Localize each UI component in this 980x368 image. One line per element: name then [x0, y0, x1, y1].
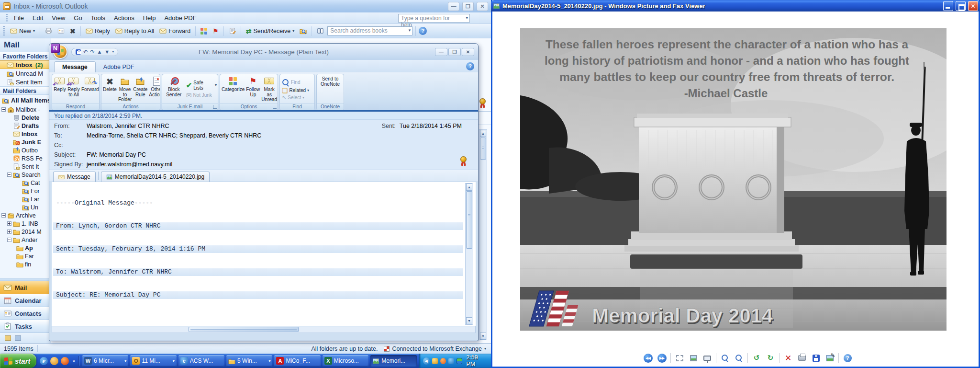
delete-image-button[interactable]: ✕: [783, 353, 793, 363]
organize-button[interactable]: [199, 27, 209, 35]
help-icon[interactable]: ?: [419, 27, 427, 35]
favorite-inbox[interactable]: Inbox (2): [0, 60, 51, 69]
network-icon[interactable]: [457, 358, 462, 364]
collapse-toggle[interactable]: [1, 107, 6, 112]
scroll-up-arrow[interactable]: ▲: [466, 184, 472, 191]
ribbon-help-icon[interactable]: ?: [466, 62, 474, 70]
find-button[interactable]: Find: [281, 79, 313, 86]
menu-go[interactable]: Go: [69, 13, 86, 23]
create-rule-button[interactable]: Create Rule: [133, 75, 148, 103]
message-body[interactable]: -----Original Message----- From: Lynch, …: [49, 182, 478, 326]
question-help-input[interactable]: Type a question for help: [398, 14, 470, 23]
forward-button[interactable]: ↷Forward: [81, 75, 100, 103]
safe-lists-button[interactable]: ✔Safe Lists▾: [185, 80, 217, 91]
nav-button-mail[interactable]: Mail: [0, 281, 51, 294]
message-maximize-button[interactable]: ❐: [448, 48, 461, 56]
previous-item-icon[interactable]: ▲: [97, 49, 102, 55]
zoom-out-button[interactable]: [734, 353, 744, 363]
mail-folders-header[interactable]: Mail Folders: [0, 86, 51, 95]
previous-image-button[interactable]: ◀◀: [643, 353, 653, 363]
new-dropdown-arrow[interactable]: ▾: [33, 29, 35, 33]
taskbar-button-pdf[interactable]: AMiCo_F...: [274, 355, 320, 367]
follow-up-button[interactable]: ⚑Follow Up: [245, 75, 260, 103]
taskbar-button-outlook-group[interactable]: O11 Mi...▾: [130, 355, 176, 367]
tree-item-search-sub[interactable]: Lar: [0, 195, 51, 203]
viewer-restore-button[interactable]: [956, 1, 966, 11]
internet-explorer-icon[interactable]: e: [40, 357, 48, 365]
print-image-button[interactable]: [797, 353, 807, 363]
not-junk-button[interactable]: ✉Not Junk: [185, 92, 217, 99]
tree-item-search-sub[interactable]: Un: [0, 203, 51, 211]
delete-button[interactable]: ✖: [68, 27, 78, 35]
tree-item-deleted[interactable]: Delete: [0, 114, 51, 122]
favorite-unread-mail[interactable]: Unread M: [0, 69, 51, 78]
save-copy-button[interactable]: [811, 353, 821, 363]
qat-customize-arrow[interactable]: ▾: [112, 50, 114, 54]
scroll-up-arrow[interactable]: ▲: [480, 130, 486, 137]
outlook-close-button[interactable]: ✕: [477, 2, 488, 11]
start-button[interactable]: start: [0, 354, 36, 368]
rotate-counterclockwise-button[interactable]: ↺: [751, 353, 762, 363]
redo-icon[interactable]: ↷: [90, 49, 94, 55]
security-shield-icon[interactable]: [432, 358, 438, 364]
viewer-close-button[interactable]: [968, 1, 978, 11]
menu-help[interactable]: Help: [139, 13, 160, 23]
scroll-down-arrow[interactable]: ▼: [466, 317, 472, 324]
nav-button-calendar[interactable]: Calendar: [0, 294, 51, 307]
tree-item-archive-sub[interactable]: 1. INB: [0, 219, 51, 228]
tree-item-drafts[interactable]: Drafts: [0, 122, 51, 130]
message-close-button[interactable]: ✕: [462, 48, 474, 56]
collapse-toggle[interactable]: [1, 213, 6, 218]
taskbar-button-word-group[interactable]: W6 Micr...▾: [82, 355, 128, 367]
best-fit-button[interactable]: [674, 353, 685, 363]
rotate-clockwise-button[interactable]: ↻: [765, 353, 776, 363]
messenger-icon[interactable]: [448, 358, 454, 364]
tab-adobe-pdf[interactable]: Adobe PDF: [96, 62, 142, 72]
expand-toggle[interactable]: [7, 230, 11, 234]
slideshow-button[interactable]: [702, 353, 713, 363]
next-item-icon[interactable]: ▼: [104, 49, 110, 55]
move-to-folder-button[interactable]: Move to Folder: [118, 75, 132, 103]
tree-item-outbox[interactable]: Outbo: [0, 146, 51, 154]
tree-item-archive[interactable]: Archive: [0, 211, 51, 219]
reply-toolbar-button[interactable]: Reply: [84, 26, 112, 35]
taskbar-button-picture-viewer[interactable]: Memori...: [370, 355, 416, 367]
menu-adobe-pdf[interactable]: Adobe PDF: [160, 13, 200, 23]
viewer-help-button[interactable]: ?: [842, 353, 853, 363]
inbox-list-scrollbar[interactable]: ▲ ▼: [479, 129, 487, 340]
send-receive-button[interactable]: ⇄Send/Receive▾: [244, 27, 297, 35]
taskbar-button-explorer-group[interactable]: 5 Win...▾: [226, 355, 272, 367]
forward-toolbar-button[interactable]: Forward: [157, 26, 192, 35]
categorize-button[interactable]: Categorize: [221, 75, 245, 103]
attachment-tab-jpg[interactable]: MemorialDay2014-5_20140220.jpg: [101, 172, 210, 182]
tree-item-archive-sub[interactable]: Ander: [0, 236, 51, 244]
delete-button[interactable]: ✖Delete: [102, 75, 117, 103]
tree-item-folder[interactable]: Ap: [0, 244, 51, 252]
menu-view[interactable]: View: [47, 13, 69, 23]
block-sender-button[interactable]: Block Sender: [163, 75, 185, 103]
tree-item-search-folders[interactable]: Search: [0, 171, 51, 179]
edit-image-button[interactable]: [824, 353, 835, 363]
zoom-in-button[interactable]: [720, 353, 730, 363]
favorite-folders-header[interactable]: Favorite Folders: [0, 52, 51, 60]
tree-item-search-sub[interactable]: Cat: [0, 179, 51, 187]
certificate-icon[interactable]: [460, 156, 467, 162]
tree-item-sent[interactable]: Sent It: [0, 162, 51, 171]
updates-icon[interactable]: [440, 358, 446, 364]
expand-toggle[interactable]: [7, 221, 11, 226]
journal-button[interactable]: [227, 26, 238, 35]
send-to-onenote-button[interactable]: NSend to OneNote: [318, 75, 343, 103]
menu-file[interactable]: File: [10, 13, 28, 23]
other-actions-button[interactable]: Other Actions: [148, 75, 160, 103]
tree-item-inbox[interactable]: Inbox: [0, 130, 51, 138]
tree-item-rss[interactable]: RSS Fe: [0, 154, 51, 162]
reply-to-all-button[interactable]: ↶↶Reply to All: [67, 75, 80, 103]
related-button[interactable]: ❏Related▾: [281, 87, 313, 94]
tree-item-folder[interactable]: fin: [0, 260, 51, 268]
all-mail-items-selector[interactable]: All Mail Items: [0, 95, 51, 105]
collapse-toggle[interactable]: [7, 172, 11, 177]
tree-item-folder[interactable]: Far: [0, 252, 51, 260]
outlook-minimize-button[interactable]: —: [448, 2, 459, 11]
menu-edit[interactable]: Edit: [28, 13, 47, 23]
outlook-restore-button[interactable]: ❐: [462, 2, 474, 11]
